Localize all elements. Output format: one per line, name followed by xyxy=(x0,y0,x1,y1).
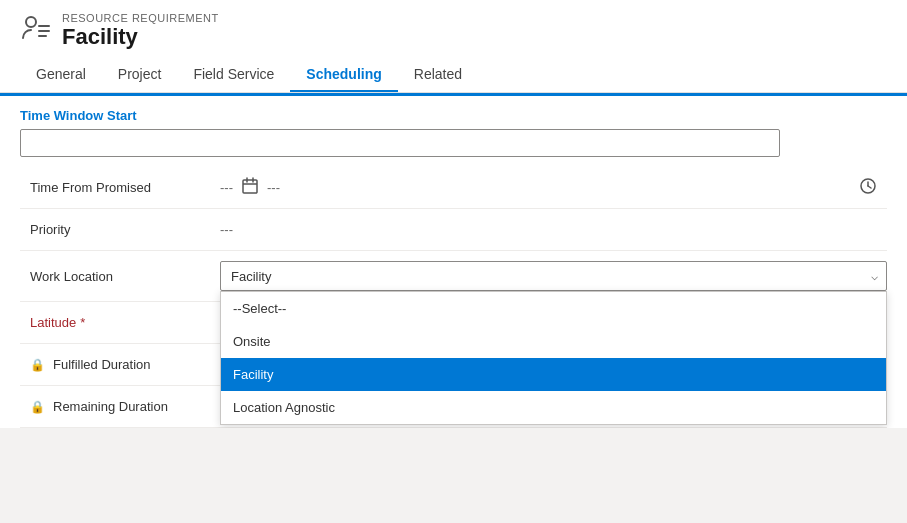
time-from-promised-value: --- --- xyxy=(220,177,887,198)
work-location-selected: Facility xyxy=(231,269,271,284)
latitude-label: Latitude* xyxy=(20,315,220,330)
time-window-start-input[interactable] xyxy=(20,129,780,157)
dropdown-option-onsite[interactable]: Onsite xyxy=(221,325,886,358)
svg-line-10 xyxy=(868,186,871,188)
time-from-promised-row: Time From Promised --- --- xyxy=(20,167,887,209)
time-from-promised-label: Time From Promised xyxy=(20,180,220,195)
work-location-row: Work Location Facility ⌵ --Select--Onsit… xyxy=(20,251,887,302)
tab-related[interactable]: Related xyxy=(398,58,478,92)
work-location-dropdown-container: Facility ⌵ --Select--OnsiteFacilityLocat… xyxy=(220,261,887,291)
dropdown-option-facility[interactable]: Facility xyxy=(221,358,886,391)
tab-general[interactable]: General xyxy=(20,58,102,92)
form-section: Time Window Start Time From Promised ---… xyxy=(0,96,907,428)
required-star: * xyxy=(80,315,85,330)
lock-icon-remaining: 🔒 xyxy=(30,400,45,414)
work-location-dropdown-menu: --Select--OnsiteFacilityLocation Agnosti… xyxy=(220,291,887,425)
priority-value1: --- xyxy=(220,222,233,237)
app-header: RESOURCE REQUIREMENT Facility GeneralPro… xyxy=(0,0,907,93)
clock-icon[interactable] xyxy=(859,177,887,198)
priority-label: Priority xyxy=(20,222,220,237)
dropdown-arrow-icon: ⌵ xyxy=(871,269,878,283)
tab-field-service[interactable]: Field Service xyxy=(177,58,290,92)
tab-navigation: GeneralProjectField ServiceSchedulingRel… xyxy=(20,58,887,92)
svg-point-0 xyxy=(26,17,36,27)
time-from-promised-value2: --- xyxy=(267,180,280,195)
fulfilled-duration-label: 🔒 Fulfilled Duration xyxy=(20,357,220,372)
record-type-label: RESOURCE REQUIREMENT xyxy=(62,12,219,24)
lock-icon-fulfilled: 🔒 xyxy=(30,358,45,372)
section-title: Time Window Start xyxy=(20,108,887,123)
main-content: Time Window Start Time From Promised ---… xyxy=(0,96,907,428)
tab-project[interactable]: Project xyxy=(102,58,178,92)
tab-scheduling[interactable]: Scheduling xyxy=(290,58,397,92)
record-icon xyxy=(20,12,52,44)
priority-value: --- xyxy=(220,222,887,237)
svg-rect-4 xyxy=(243,180,257,193)
priority-row: Priority --- xyxy=(20,209,887,251)
work-location-dropdown[interactable]: Facility ⌵ xyxy=(220,261,887,291)
dropdown-option-location-agnostic[interactable]: Location Agnostic xyxy=(221,391,886,424)
page-title: Facility xyxy=(62,24,219,50)
work-location-value: Facility ⌵ --Select--OnsiteFacilityLocat… xyxy=(220,261,887,291)
dropdown-option--select-[interactable]: --Select-- xyxy=(221,292,886,325)
calendar-icon[interactable] xyxy=(241,177,259,198)
time-from-promised-value1: --- xyxy=(220,180,233,195)
remaining-duration-label: 🔒 Remaining Duration xyxy=(20,399,220,414)
work-location-label: Work Location xyxy=(20,269,220,284)
